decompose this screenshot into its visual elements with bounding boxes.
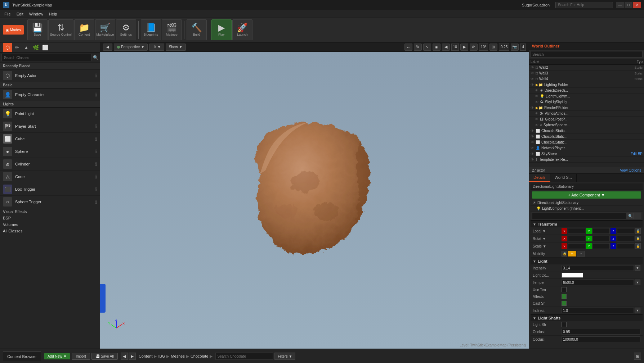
grid-up[interactable]: ▶ bbox=[460, 44, 468, 51]
intensity-expand[interactable]: ▼ bbox=[635, 265, 640, 271]
location-y-input[interactable] bbox=[592, 228, 610, 234]
section-all-classes[interactable]: All Classes bbox=[0, 228, 100, 234]
actor-box-trigger[interactable]: ⬛ Box Trigger ℹ bbox=[0, 183, 100, 196]
light-shafts-section-header[interactable]: ▼ Light Shafts bbox=[531, 314, 643, 321]
component-tree-light[interactable]: 💡 LightComponent (Inherit... bbox=[531, 206, 643, 212]
viewport-arrow-button[interactable]: ◀ bbox=[103, 44, 112, 51]
wo-item-renderf[interactable]: 👁▶📁RenderFFolder bbox=[529, 105, 644, 111]
affects-checkbox[interactable] bbox=[562, 294, 567, 299]
scale-lock-btn[interactable]: 🔒 bbox=[635, 243, 641, 249]
sphere-info-icon[interactable]: ℹ bbox=[95, 149, 97, 154]
actor-empty-actor[interactable]: ⬡ Empty Actor ℹ bbox=[0, 69, 100, 82]
intensity-input[interactable] bbox=[562, 265, 634, 271]
actor-cube[interactable]: ⬜ Cube ℹ bbox=[0, 133, 100, 145]
cb-path-chocolate[interactable]: Chocolate bbox=[191, 354, 209, 358]
wo-item-wall4[interactable]: 👁□Wall4Static bbox=[529, 76, 644, 82]
show-button[interactable]: Show ▼ bbox=[166, 44, 186, 51]
wo-item-lighting-folder[interactable]: 👁▶📁Lighting Folder bbox=[529, 82, 644, 88]
indirect-expand[interactable]: ▼ bbox=[635, 308, 640, 313]
settings-button[interactable]: ⚙ Settings bbox=[116, 19, 136, 40]
menu-window[interactable]: Window bbox=[26, 11, 46, 17]
wo-item-wall2[interactable]: 👁□Wall2Static bbox=[529, 65, 644, 71]
location-z-input[interactable] bbox=[617, 228, 634, 234]
temperature-input[interactable] bbox=[562, 280, 634, 285]
wo-item-chocolat2[interactable]: 👁⬜ChocolatStatic... bbox=[529, 134, 644, 140]
save-all-button[interactable]: 💾 Save All bbox=[91, 353, 118, 360]
cone-info-icon[interactable]: ℹ bbox=[95, 174, 97, 180]
rot-lock-btn[interactable]: 🔒 bbox=[635, 236, 641, 241]
light-color-swatch[interactable] bbox=[562, 273, 583, 278]
cb-path-ibg[interactable]: IBG bbox=[158, 354, 165, 358]
content-browser-tab[interactable]: Content Browser bbox=[3, 351, 41, 361]
blueprints-button[interactable]: 📘 Blueprints bbox=[141, 19, 161, 40]
launch-button[interactable]: 🚀 Launch bbox=[232, 19, 252, 40]
actor-point-light[interactable]: 💡 Point Light ℹ bbox=[0, 108, 100, 120]
scale-tool[interactable]: ⤡ bbox=[423, 44, 431, 51]
rz-button[interactable]: Z bbox=[611, 236, 616, 241]
wo-item-chocolat1[interactable]: 👁⬜ChocolatStatic... bbox=[529, 128, 644, 134]
actor-empty-character[interactable]: 👤 Empty Character ℹ bbox=[0, 89, 100, 101]
play-button[interactable]: ▶ Play bbox=[211, 19, 232, 40]
import-button[interactable]: Import bbox=[72, 353, 90, 360]
cb-search-input[interactable] bbox=[215, 353, 273, 360]
sx-button[interactable]: X bbox=[562, 243, 567, 249]
cb-back-button[interactable]: ◀ bbox=[121, 353, 128, 360]
cast-shadows-checkbox[interactable] bbox=[562, 301, 567, 306]
wo-item-sphere-reflect[interactable]: 👁○SphereSphere... bbox=[529, 122, 644, 128]
wo-item-chocolat3[interactable]: 👁⬜ChocolatStatic... bbox=[529, 140, 644, 145]
temperature-expand[interactable]: ▼ bbox=[635, 280, 640, 285]
scale-y-input[interactable] bbox=[592, 243, 610, 249]
wo-item-directi[interactable]: 👁☀DirectiDirecti... bbox=[529, 88, 644, 94]
light-section-header[interactable]: ▼ Light bbox=[531, 258, 643, 264]
angle-btn[interactable]: ⟳ bbox=[470, 44, 478, 51]
component-tree-directional[interactable]: ☀ DirectionalLightStationary bbox=[531, 200, 643, 206]
tab-world-settings[interactable]: World S... bbox=[550, 174, 577, 182]
section-volumes[interactable]: Volumes bbox=[0, 221, 100, 228]
cb-path-meshes[interactable]: Meshes bbox=[171, 354, 185, 358]
menu-help[interactable]: Help bbox=[46, 11, 60, 17]
lit-button[interactable]: Lit ▼ bbox=[149, 44, 164, 51]
scale-z-input[interactable] bbox=[617, 243, 634, 249]
filters-button[interactable]: Filters ▼ bbox=[274, 353, 295, 360]
wo-item-skylig[interactable]: 👁🌤SkyLigSkyLig... bbox=[529, 99, 644, 105]
paint-mode-icon[interactable]: ✏ bbox=[12, 43, 22, 52]
mobility-stationary[interactable]: ☀ bbox=[568, 251, 576, 257]
mobility-static[interactable]: 🔒 bbox=[562, 251, 567, 257]
cube-info-icon[interactable]: ℹ bbox=[95, 136, 97, 142]
rotate-tool[interactable]: ↻ bbox=[414, 44, 422, 51]
search-classes-input[interactable] bbox=[1, 54, 91, 61]
wo-item-wall3[interactable]: 👁□Wall3Static bbox=[529, 71, 644, 76]
actor-cone[interactable]: △ Cone ℹ bbox=[0, 171, 100, 183]
transform-section-header[interactable]: ▼ Transform bbox=[531, 221, 643, 227]
wo-item-network[interactable]: 👁👤NetworkPlayer... bbox=[529, 145, 644, 151]
wo-item-global[interactable]: 👁🎞GlobalPostP... bbox=[529, 117, 644, 122]
section-bsp[interactable]: BSP bbox=[0, 215, 100, 221]
z-button[interactable]: Z bbox=[611, 228, 616, 234]
build-button[interactable]: 🔨 Build bbox=[187, 19, 207, 40]
search-icon[interactable]: 🔍 bbox=[93, 55, 98, 60]
occlusion-input[interactable] bbox=[562, 329, 640, 335]
details-search-input[interactable] bbox=[532, 213, 627, 219]
foliage-mode-icon[interactable]: 🌿 bbox=[31, 43, 40, 52]
world-outliner-search-input[interactable] bbox=[531, 51, 643, 58]
wo-item-template[interactable]: 👁TTemplateTextRe... bbox=[529, 157, 644, 163]
matinee-button[interactable]: 🎬 Matinee bbox=[162, 19, 182, 40]
modes-button[interactable]: ▣ Modes bbox=[3, 25, 24, 35]
point-light-info-icon[interactable]: ℹ bbox=[95, 111, 97, 117]
wo-item-atmos[interactable]: 👁🌫AtmosAtmos... bbox=[529, 111, 644, 117]
sy-button[interactable]: Y bbox=[586, 243, 592, 249]
wo-item-lightm[interactable]: 👁💡LightmLightm... bbox=[529, 94, 644, 99]
viewport-canvas[interactable]: X Y Z Level: TwinStickExampleMap (Persis… bbox=[100, 52, 529, 349]
sphere-trigger-info-icon[interactable]: ℹ bbox=[95, 199, 97, 205]
translate-tool[interactable]: ↔ bbox=[404, 44, 412, 51]
geometry-mode-icon[interactable]: ⬜ bbox=[40, 43, 50, 52]
section-basic[interactable]: Basic bbox=[0, 82, 100, 89]
section-lights[interactable]: Lights bbox=[0, 101, 100, 108]
cb-forward-button[interactable]: ▶ bbox=[129, 353, 136, 360]
actor-cylinder[interactable]: ⌀ Cylinder ℹ bbox=[0, 158, 100, 171]
details-filter-btn[interactable]: ☰ bbox=[634, 213, 641, 219]
rotation-x-input[interactable] bbox=[568, 236, 585, 241]
details-search-icon[interactable]: 🔍 bbox=[627, 213, 634, 219]
section-visual-effects[interactable]: Visual Effects bbox=[0, 208, 100, 215]
help-search-input[interactable] bbox=[555, 2, 613, 8]
